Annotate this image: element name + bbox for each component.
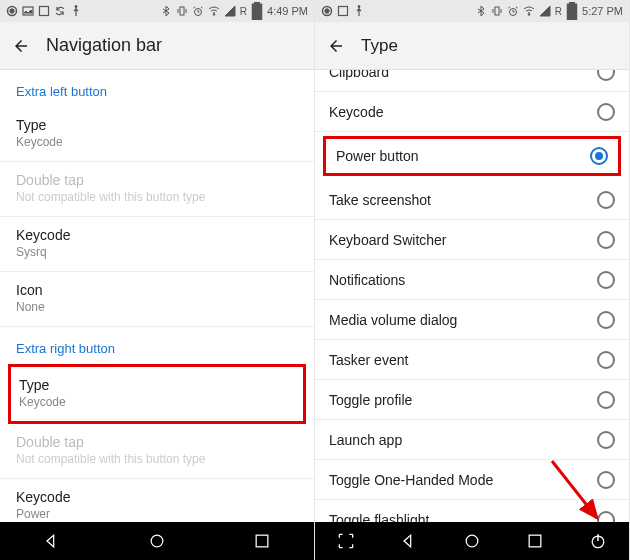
svg-rect-23 bbox=[529, 535, 541, 547]
svg-rect-9 bbox=[255, 2, 260, 4]
pref-sub: Not compatible with this button type bbox=[16, 452, 298, 466]
screenshot-icon bbox=[337, 5, 349, 17]
screenshot-icon bbox=[38, 5, 50, 17]
alarm-icon bbox=[192, 5, 204, 17]
option-row[interactable]: Clipboard bbox=[315, 70, 629, 92]
option-label: Take screenshot bbox=[329, 192, 431, 208]
nav-extra-left-button[interactable] bbox=[326, 531, 366, 551]
radio-icon[interactable] bbox=[597, 103, 615, 121]
svg-rect-14 bbox=[339, 7, 348, 16]
option-label: Keycode bbox=[329, 104, 383, 120]
pref-icon[interactable]: Icon None bbox=[0, 272, 314, 327]
option-list[interactable]: ClipboardKeycodePower buttonTake screens… bbox=[315, 70, 629, 522]
svg-rect-3 bbox=[40, 7, 49, 16]
page-title: Navigation bar bbox=[46, 35, 162, 56]
nav-recents-button[interactable] bbox=[242, 531, 282, 551]
nav-home-button[interactable] bbox=[137, 531, 177, 551]
pref-sub: Not compatible with this button type bbox=[16, 190, 298, 204]
option-row[interactable]: Power button bbox=[323, 136, 621, 176]
radio-icon[interactable] bbox=[597, 351, 615, 369]
bluetooth-icon bbox=[475, 5, 487, 17]
radio-icon[interactable] bbox=[597, 231, 615, 249]
svg-rect-5 bbox=[180, 7, 184, 15]
radio-icon[interactable] bbox=[597, 311, 615, 329]
option-label: Toggle flashlight bbox=[329, 512, 429, 523]
status-left bbox=[321, 5, 365, 17]
option-label: Clipboard bbox=[329, 70, 389, 80]
option-label: Launch app bbox=[329, 432, 402, 448]
back-button[interactable] bbox=[12, 37, 30, 55]
option-label: Keyboard Switcher bbox=[329, 232, 447, 248]
net-label: R bbox=[240, 6, 247, 17]
radio-icon[interactable] bbox=[597, 271, 615, 289]
svg-rect-8 bbox=[253, 4, 262, 19]
option-label: Notifications bbox=[329, 272, 405, 288]
option-row[interactable]: Keyboard Switcher bbox=[315, 220, 629, 260]
wifi-icon bbox=[208, 5, 220, 17]
option-row[interactable]: Notifications bbox=[315, 260, 629, 300]
svg-point-4 bbox=[75, 6, 77, 8]
radio-icon[interactable] bbox=[590, 147, 608, 165]
nav-back-button[interactable] bbox=[389, 531, 429, 551]
option-row[interactable]: Keycode bbox=[315, 92, 629, 132]
net-label: R bbox=[555, 6, 562, 17]
pref-sub: Power bbox=[16, 507, 298, 521]
navbar bbox=[0, 522, 314, 560]
nav-recents-button[interactable] bbox=[515, 531, 555, 551]
svg-rect-20 bbox=[570, 2, 575, 4]
radio-icon[interactable] bbox=[597, 391, 615, 409]
svg-rect-19 bbox=[568, 4, 577, 19]
radio-icon[interactable] bbox=[597, 471, 615, 489]
option-row[interactable]: Tasker event bbox=[315, 340, 629, 380]
pref-doubletap: Double tap Not compatible with this butt… bbox=[0, 162, 314, 217]
option-row[interactable]: Media volume dialog bbox=[315, 300, 629, 340]
radio-icon[interactable] bbox=[597, 431, 615, 449]
nav-power-button[interactable] bbox=[578, 531, 618, 551]
pref-title: Type bbox=[16, 117, 298, 133]
pref-sub: Sysrq bbox=[16, 245, 298, 259]
pref-sub: Keycode bbox=[16, 135, 298, 149]
radio-icon[interactable] bbox=[597, 511, 615, 523]
status-right: R 5:27 PM bbox=[475, 5, 623, 17]
clock: 5:27 PM bbox=[582, 5, 623, 17]
phone-right: R 5:27 PM Type ClipboardKeycodePower but… bbox=[315, 0, 630, 560]
bluetooth-icon bbox=[160, 5, 172, 17]
status-right: R 4:49 PM bbox=[160, 5, 308, 17]
status-left bbox=[6, 5, 82, 17]
section-extra-right: Extra right button bbox=[0, 327, 314, 364]
alarm-icon bbox=[507, 5, 519, 17]
option-row[interactable]: Launch app bbox=[315, 420, 629, 460]
status-bar: R 5:27 PM bbox=[315, 0, 629, 22]
option-row[interactable]: Toggle profile bbox=[315, 380, 629, 420]
pref-title: Double tap bbox=[16, 434, 298, 450]
signal-icon bbox=[224, 5, 236, 17]
svg-point-15 bbox=[358, 6, 360, 8]
svg-point-10 bbox=[151, 535, 163, 547]
circle-icon bbox=[321, 5, 333, 17]
pref-keycode[interactable]: Keycode Power bbox=[0, 479, 314, 522]
nav-home-button[interactable] bbox=[452, 531, 492, 551]
image-icon bbox=[22, 5, 34, 17]
vibrate-icon bbox=[491, 5, 503, 17]
content: ClipboardKeycodePower buttonTake screens… bbox=[315, 70, 629, 522]
option-row[interactable]: Take screenshot bbox=[315, 180, 629, 220]
radio-icon[interactable] bbox=[597, 70, 615, 81]
svg-point-1 bbox=[10, 9, 14, 13]
back-button[interactable] bbox=[327, 37, 345, 55]
pref-type-highlight[interactable]: Type Keycode bbox=[8, 364, 306, 424]
pref-doubletap: Double tap Not compatible with this butt… bbox=[0, 424, 314, 479]
battery-icon bbox=[566, 5, 578, 17]
option-row[interactable]: Toggle One-Handed Mode bbox=[315, 460, 629, 500]
pref-type[interactable]: Type Keycode bbox=[0, 107, 314, 162]
phone-left: R 4:49 PM Navigation bar Extra left butt… bbox=[0, 0, 315, 560]
header: Navigation bar bbox=[0, 22, 314, 70]
page-title: Type bbox=[361, 36, 398, 56]
svg-point-13 bbox=[325, 9, 329, 13]
option-label: Toggle profile bbox=[329, 392, 412, 408]
option-row[interactable]: Toggle flashlight bbox=[315, 500, 629, 522]
option-label: Toggle One-Handed Mode bbox=[329, 472, 493, 488]
pref-keycode[interactable]: Keycode Sysrq bbox=[0, 217, 314, 272]
option-label: Tasker event bbox=[329, 352, 408, 368]
radio-icon[interactable] bbox=[597, 191, 615, 209]
nav-back-button[interactable] bbox=[32, 531, 72, 551]
